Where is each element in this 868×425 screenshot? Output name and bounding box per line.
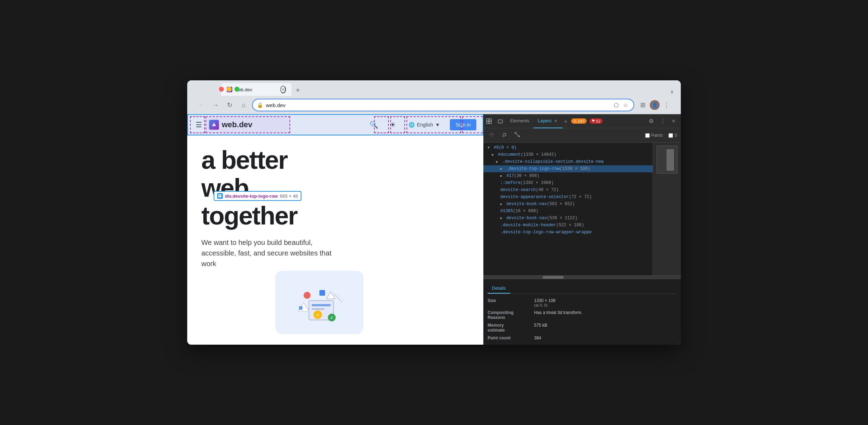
theme-button[interactable]: ☀	[387, 118, 399, 132]
search-button[interactable]: 🔍	[367, 118, 381, 132]
new-tab-button[interactable]: +	[293, 85, 303, 96]
s-toggle[interactable]: S	[668, 133, 677, 138]
cast-icon[interactable]: ⬡	[612, 100, 620, 110]
layers-resize-button[interactable]	[512, 130, 522, 140]
tree-item-root[interactable]: ▼ #6(0 × 0)	[483, 144, 653, 151]
lang-arrow-icon: ▼	[435, 122, 440, 128]
layers-tab-close-button[interactable]: ×	[553, 117, 558, 124]
tab-title: web.dev	[235, 87, 277, 92]
logo-icon	[209, 120, 219, 130]
devtools-settings-button[interactable]: ⚙	[646, 115, 656, 127]
svg-rect-20	[489, 119, 491, 121]
devtools-more-button[interactable]: ⋮	[657, 115, 668, 127]
tree-item-selected[interactable]: ▶ .devsite-top-logo-row(1330 × 108)	[483, 165, 653, 172]
element-dimensions: 665 × 48	[280, 193, 298, 199]
tree-item[interactable]: ▶ devsite-book-nav(538 × 1122)	[483, 215, 653, 222]
tree-item[interactable]: .devsite-top-logo-row-wrapper-wrappe	[483, 229, 653, 236]
tree-item[interactable]: ::before(1392 × 1000)	[483, 179, 653, 186]
close-button[interactable]	[219, 87, 224, 92]
toolbar-right: ⊞ 👤 ⋮	[637, 99, 672, 111]
svg-line-18	[337, 294, 344, 301]
compositing-key: Compositing Reasons	[488, 310, 530, 320]
home-button[interactable]: ⌂	[238, 99, 249, 111]
scrollbar-thumb[interactable]	[543, 276, 564, 279]
layers-rotate-button[interactable]	[500, 130, 509, 140]
more-tabs-button[interactable]: »	[563, 117, 568, 125]
device-toolbar-button[interactable]	[495, 116, 506, 127]
devtools-close-button[interactable]: ×	[669, 115, 678, 127]
webdev-header-container: ☰ web.dev 🔍 ☀ 🌐 English ▼	[187, 114, 483, 136]
memory-value: 575 kB	[534, 323, 677, 333]
svg-rect-7	[312, 308, 324, 310]
tree-item[interactable]: ▶ .devsite-collapsible-section.devsite-h…	[483, 158, 653, 165]
logo-text: web.dev	[222, 120, 252, 129]
more-button[interactable]: ⋮	[661, 99, 672, 111]
layers-preview	[653, 143, 681, 275]
details-panel: Details Size 1330 × 108 (at 0, 0) Compos…	[483, 279, 681, 345]
warning-icon: ⚠	[573, 119, 577, 123]
paints-toggle[interactable]: Paints	[645, 133, 663, 138]
tree-item[interactable]: #1365(16 × 808)	[483, 208, 653, 215]
paint-count-key: Paint count	[488, 335, 530, 340]
chrome-toolbar: web.dev × + ∨ ← → ↻ ⌂ 🔒 ⬡ ☆ ⊞ �	[187, 80, 681, 114]
tree-arrow-root: ▼	[488, 146, 490, 150]
tab-close-button[interactable]: ×	[280, 86, 286, 93]
window-controls	[219, 87, 239, 92]
language-selector[interactable]: 🌐 English ▼	[404, 120, 444, 130]
extensions-button[interactable]: ⊞	[637, 99, 648, 111]
s-checkbox[interactable]	[668, 133, 673, 138]
devtools-header-right: ⚙ ⋮ ×	[646, 115, 681, 127]
tree-item[interactable]: ▶ devsite-book-nav(582 × 852)	[483, 201, 653, 208]
collapse-button[interactable]: ∨	[667, 87, 677, 96]
tab-elements[interactable]: Elements	[506, 114, 533, 128]
s-label[interactable]: S	[674, 133, 677, 138]
svg-rect-21	[487, 122, 489, 124]
paints-label[interactable]: Paints	[651, 133, 663, 138]
tab-layers[interactable]: Layers ×	[533, 114, 563, 128]
tab-details[interactable]: Details	[488, 283, 510, 294]
tree-item[interactable]: devsite-search(48 × 72)	[483, 186, 653, 193]
illustration-svg: ✓ ✓	[291, 279, 348, 325]
details-tab-bar: Details	[488, 283, 677, 294]
minimize-button[interactable]	[227, 87, 232, 92]
warnings-count: 147	[578, 119, 584, 123]
tree-item[interactable]: ▶ #17(30 × 808)	[483, 172, 653, 179]
forward-button[interactable]: →	[210, 99, 221, 111]
reload-button[interactable]: ↻	[224, 99, 235, 111]
paint-count-value: 384	[534, 335, 677, 340]
horizontal-scrollbar[interactable]	[483, 275, 681, 279]
tree-item[interactable]: .devsite-mobile-header(522 × 108)	[483, 222, 653, 229]
bookmark-button[interactable]: ☆	[622, 100, 629, 110]
address-bar[interactable]: 🔒 ⬡ ☆	[252, 99, 634, 111]
warnings-badge: ⚠ 147	[571, 118, 586, 124]
svg-rect-10	[319, 290, 325, 296]
svg-point-11	[304, 292, 311, 299]
tree-item[interactable]: devsite-appearance-selector(72 × 72)	[483, 193, 653, 201]
size-key: Size	[488, 298, 530, 307]
svg-rect-23	[498, 120, 502, 123]
tree-node-name-root: #6(0 × 0)	[494, 145, 516, 150]
maximize-button[interactable]	[234, 87, 239, 92]
paints-checkbox[interactable]	[645, 133, 650, 138]
svg-marker-1	[212, 123, 216, 126]
sign-in-button[interactable]: Sign in	[450, 119, 476, 130]
profile-avatar[interactable]: 👤	[650, 100, 660, 110]
address-input[interactable]	[266, 102, 610, 108]
layers-tree[interactable]: ▼ #6(0 × 0) ▶ #document(1330 × 14842) ▶ …	[483, 143, 653, 275]
menu-button[interactable]: ☰	[194, 119, 203, 130]
back-button[interactable]: ←	[196, 99, 207, 111]
svg-line-25	[515, 133, 519, 137]
tab-bar: web.dev × + ∨	[191, 83, 677, 96]
inspect-element-button[interactable]	[483, 116, 495, 127]
page-content: a better web, together We want to help y…	[187, 136, 483, 279]
details-grid: Size 1330 × 108 (at 0, 0) Compositing Re…	[488, 298, 677, 340]
layers-move-button[interactable]	[487, 130, 497, 140]
devtools-body: ▼ #6(0 × 0) ▶ #document(1330 × 14842) ▶ …	[483, 143, 681, 275]
size-value: 1330 × 108 (at 0, 0)	[534, 298, 677, 307]
svg-line-17	[334, 294, 342, 302]
devtools-panel: Elements Layers × » ⚠ 147 ⚑ 52	[483, 114, 681, 345]
webdev-header: ☰ web.dev 🔍 ☀ 🌐 English ▼	[187, 114, 483, 136]
webdev-logo: web.dev	[209, 120, 252, 130]
tree-item[interactable]: ▶ #document(1330 × 14842)	[483, 151, 653, 158]
compositing-value: Has a trivial 3d transform.	[534, 310, 677, 320]
